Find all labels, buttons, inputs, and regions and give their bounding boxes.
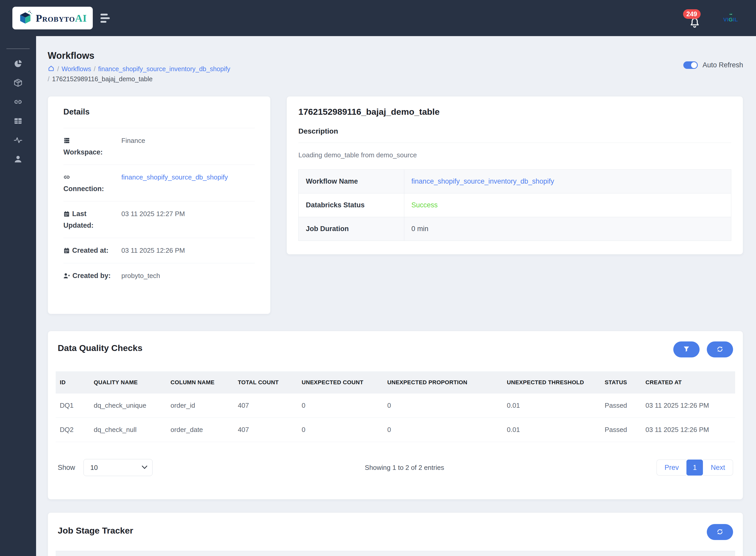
workflow-name-label: Workflow Name (299, 170, 404, 194)
activity-icon (13, 135, 23, 146)
table-header-row: ID QUALITY NAME COLUMN NAME TOTAL COUNT … (55, 371, 735, 393)
databricks-status-value: Success (412, 201, 438, 209)
workspace-label: Workspace: (63, 135, 111, 158)
page-size-select[interactable]: 10 (83, 459, 153, 476)
created-by-value: probyto_tech (111, 270, 255, 281)
breadcrumb-home[interactable] (48, 65, 54, 73)
details-card: Details Workspace: Finance Connection: f… (48, 96, 270, 314)
package-icon (14, 78, 23, 88)
dq-title: Data Quality Checks (58, 343, 143, 353)
workflow-name-link[interactable]: finance_shopify_source_inventory_db_shop… (412, 177, 554, 185)
vigil-logo[interactable]: VIGIL (723, 13, 738, 23)
calendar-icon (63, 247, 72, 254)
last-updated-value: 03 11 2025 12:27 PM (111, 208, 255, 219)
server-icon (63, 137, 72, 144)
last-updated-label: Last Updated: (63, 208, 111, 231)
sidebar-toggle-icon[interactable] (101, 14, 110, 23)
entries-summary: Showing 1 to 2 of 2 entries (153, 464, 656, 472)
breadcrumb-separator: / (57, 65, 59, 73)
next-page-button[interactable]: Next (703, 459, 733, 476)
sidebar-item-monitoring[interactable] (0, 131, 36, 150)
sidebar-item-tables[interactable] (0, 112, 36, 131)
main-content: Workflows /Workflows /finance_shopify_so… (36, 36, 756, 556)
col-unexpected-threshold: UNEXPECTED THRESHOLD (503, 371, 601, 393)
toggle-knob (691, 62, 697, 68)
auto-refresh-label: Auto Refresh (703, 61, 743, 69)
data-quality-card: Data Quality Checks ID QUALITY NAME COL (48, 331, 743, 499)
sidebar (0, 0, 36, 556)
notifications-bell[interactable]: 249 (687, 8, 703, 28)
workspace-value: Finance (111, 135, 255, 146)
breadcrumb-link-workflow-name[interactable]: finance_shopify_source_inventory_db_shop… (98, 65, 230, 73)
job-duration-label: Job Duration (299, 217, 404, 241)
jst-table-header-band (55, 551, 735, 556)
details-title: Details (63, 107, 255, 116)
refresh-button[interactable] (707, 341, 733, 357)
breadcrumb-separator: / (94, 65, 96, 73)
sidebar-divider (6, 48, 30, 49)
col-total-count: TOTAL COUNT (234, 371, 298, 393)
user-plus-icon (63, 272, 72, 280)
show-label: Show (58, 464, 75, 472)
status-cell: Passed (601, 393, 641, 418)
notification-count-badge: 249 (683, 9, 701, 19)
connection-label: Connection: (63, 172, 111, 195)
status-cell: Passed (601, 418, 641, 442)
user-icon (14, 155, 23, 165)
created-by-label: Created by: (63, 270, 111, 282)
col-status: STATUS (601, 371, 641, 393)
table-row[interactable]: DQ2dq_check_nullorder_date 40700 0.01Pas… (55, 418, 735, 442)
workflow-title: 1762152989116_bajaj_demo_table (298, 107, 731, 117)
breadcrumb-separator: / (48, 75, 49, 83)
sidebar-item-packages[interactable] (0, 74, 36, 93)
refresh-icon (716, 528, 723, 536)
col-id: ID (55, 371, 90, 393)
brand-cube-icon (18, 10, 33, 26)
col-quality-name: QUALITY NAME (90, 371, 166, 393)
job-stage-tracker-card: Job Stage Tracker (48, 513, 743, 556)
connection-value-link[interactable]: finance_shopify_source_db_shopify (111, 172, 255, 182)
breadcrumb-link-workflows[interactable]: Workflows (62, 65, 91, 73)
sidebar-item-dashboard[interactable] (0, 55, 36, 74)
calendar-icon (63, 210, 72, 218)
details-row-last-updated: Last Updated: 03 11 2025 12:27 PM (63, 201, 255, 238)
home-icon (48, 65, 54, 73)
workflow-card: 1762152989116_bajaj_demo_table Descripti… (287, 96, 743, 254)
databricks-status-label: Databricks Status (299, 194, 404, 217)
job-duration-value: 0 min (412, 225, 428, 233)
workflow-description: Loading demo_table from demo_source (298, 151, 731, 159)
jst-refresh-button[interactable] (707, 524, 733, 540)
workflow-info-table: Workflow Name finance_shopify_source_inv… (298, 169, 731, 241)
details-row-workspace: Workspace: Finance (63, 128, 255, 165)
details-row-created-at: Created at: 03 11 2025 12:26 PM (63, 238, 255, 263)
breadcrumb-current: 1762152989116_bajaj_demo_table (52, 75, 153, 83)
created-at-label: Created at: (63, 245, 111, 256)
table-row: Databricks Status Success (299, 194, 731, 217)
page-title: Workflows (48, 50, 743, 61)
table-row: Workflow Name finance_shopify_source_inv… (299, 170, 731, 194)
current-page-button[interactable]: 1 (686, 459, 703, 476)
sidebar-item-users[interactable] (0, 150, 36, 169)
prev-page-button[interactable]: Prev (656, 459, 687, 476)
refresh-icon (716, 346, 723, 354)
col-created-at: CREATED AT (641, 371, 735, 393)
table-row[interactable]: DQ1dq_check_uniqueorder_id 40700 0.01Pas… (55, 393, 735, 418)
brand-name: ProbytoAI (36, 12, 87, 24)
col-unexpected-proportion: UNEXPECTED PROPORTION (383, 371, 503, 393)
description-heading: Description (298, 127, 731, 135)
jst-title: Job Stage Tracker (58, 526, 133, 535)
top-navbar: ProbytoAI 249 VIGIL (0, 0, 756, 36)
brand-logo[interactable]: ProbytoAI (12, 7, 93, 29)
col-unexpected-count: UNEXPECTED COUNT (298, 371, 383, 393)
breadcrumb: /Workflows /finance_shopify_source_inven… (48, 65, 279, 83)
owl-icon (729, 12, 733, 16)
link-icon (63, 173, 72, 181)
table-icon (14, 116, 23, 126)
auto-refresh-toggle[interactable] (683, 61, 698, 69)
pagination: Prev 1 Next (656, 459, 733, 476)
sidebar-item-connections[interactable] (0, 93, 36, 112)
details-row-created-by: Created by: probyto_tech (63, 263, 255, 288)
funnel-icon (683, 346, 690, 353)
filter-button[interactable] (673, 341, 700, 357)
table-row: Job Duration 0 min (299, 217, 731, 241)
